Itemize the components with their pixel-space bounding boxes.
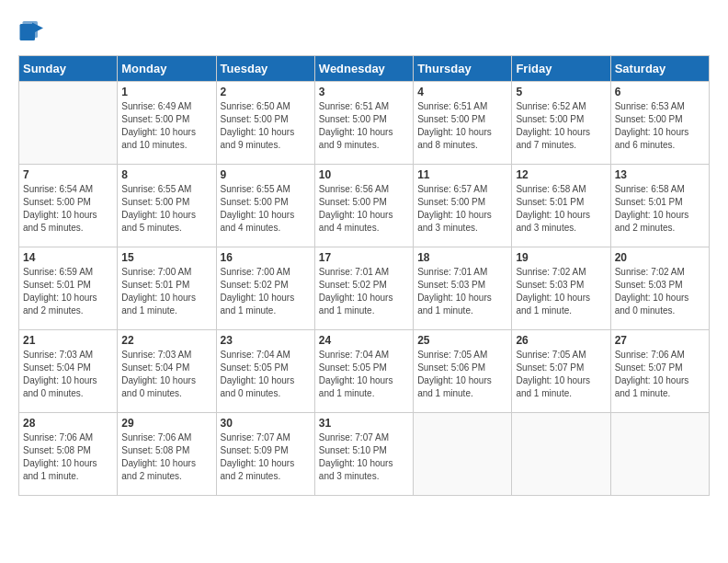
weekday-row: SundayMondayTuesdayWednesdayThursdayFrid… <box>19 56 710 82</box>
calendar-cell: 24Sunrise: 7:04 AM Sunset: 5:05 PM Dayli… <box>314 330 413 413</box>
day-number: 13 <box>615 168 705 181</box>
calendar-cell: 12Sunrise: 6:58 AM Sunset: 5:01 PM Dayli… <box>512 165 610 247</box>
day-info: Sunrise: 6:49 AM Sunset: 5:00 PM Dayligh… <box>121 100 211 152</box>
day-info: Sunrise: 7:06 AM Sunset: 5:08 PM Dayligh… <box>121 431 211 483</box>
day-info: Sunrise: 6:50 AM Sunset: 5:00 PM Dayligh… <box>221 100 311 152</box>
day-number: 30 <box>221 417 311 430</box>
calendar-cell: 25Sunrise: 7:05 AM Sunset: 5:06 PM Dayli… <box>414 330 512 413</box>
day-info: Sunrise: 7:01 AM Sunset: 5:02 PM Dayligh… <box>319 266 409 317</box>
day-info: Sunrise: 7:06 AM Sunset: 5:07 PM Dayligh… <box>615 349 705 400</box>
day-number: 19 <box>516 251 606 264</box>
day-info: Sunrise: 7:06 AM Sunset: 5:08 PM Dayligh… <box>23 431 113 483</box>
day-info: Sunrise: 6:55 AM Sunset: 5:00 PM Dayligh… <box>121 183 211 235</box>
calendar-cell: 8Sunrise: 6:55 AM Sunset: 5:00 PM Daylig… <box>118 165 216 247</box>
calendar-cell: 30Sunrise: 7:07 AM Sunset: 5:09 PM Dayli… <box>216 413 314 496</box>
day-number: 27 <box>615 334 705 347</box>
day-info: Sunrise: 7:01 AM Sunset: 5:03 PM Dayligh… <box>417 266 507 317</box>
day-info: Sunrise: 6:56 AM Sunset: 5:00 PM Dayligh… <box>319 183 409 235</box>
day-number: 10 <box>319 168 409 181</box>
day-info: Sunrise: 7:04 AM Sunset: 5:05 PM Dayligh… <box>221 349 311 400</box>
day-number: 24 <box>319 334 409 347</box>
day-info: Sunrise: 6:55 AM Sunset: 5:00 PM Dayligh… <box>221 183 311 235</box>
calendar-cell <box>19 82 118 165</box>
day-number: 14 <box>23 251 113 264</box>
day-info: Sunrise: 7:05 AM Sunset: 5:07 PM Dayligh… <box>516 349 606 400</box>
day-info: Sunrise: 7:03 AM Sunset: 5:04 PM Dayligh… <box>23 349 113 400</box>
calendar-cell: 21Sunrise: 7:03 AM Sunset: 5:04 PM Dayli… <box>19 330 118 413</box>
day-number: 16 <box>221 251 311 264</box>
day-info: Sunrise: 7:02 AM Sunset: 5:03 PM Dayligh… <box>615 266 705 317</box>
day-info: Sunrise: 7:03 AM Sunset: 5:04 PM Dayligh… <box>121 349 211 400</box>
calendar-cell: 27Sunrise: 7:06 AM Sunset: 5:07 PM Dayli… <box>610 330 709 413</box>
weekday-header-tuesday: Tuesday <box>216 56 314 82</box>
calendar-table: SundayMondayTuesdayWednesdayThursdayFrid… <box>18 55 710 496</box>
day-info: Sunrise: 6:59 AM Sunset: 5:01 PM Dayligh… <box>23 266 113 317</box>
calendar-cell: 5Sunrise: 6:52 AM Sunset: 5:00 PM Daylig… <box>512 82 610 165</box>
calendar-cell: 9Sunrise: 6:55 AM Sunset: 5:00 PM Daylig… <box>216 165 314 247</box>
calendar-cell: 26Sunrise: 7:05 AM Sunset: 5:07 PM Dayli… <box>512 330 610 413</box>
calendar-cell: 2Sunrise: 6:50 AM Sunset: 5:00 PM Daylig… <box>216 82 314 165</box>
day-info: Sunrise: 7:04 AM Sunset: 5:05 PM Dayligh… <box>319 349 409 400</box>
day-info: Sunrise: 6:51 AM Sunset: 5:00 PM Dayligh… <box>319 100 409 152</box>
day-number: 8 <box>121 168 211 181</box>
weekday-header-sunday: Sunday <box>19 56 118 82</box>
calendar-cell: 31Sunrise: 7:07 AM Sunset: 5:10 PM Dayli… <box>314 413 413 496</box>
calendar-cell: 11Sunrise: 6:57 AM Sunset: 5:00 PM Dayli… <box>414 165 512 247</box>
logo-icon <box>18 18 46 46</box>
day-number: 2 <box>221 86 311 98</box>
week-row-4: 21Sunrise: 7:03 AM Sunset: 5:04 PM Dayli… <box>19 330 710 413</box>
day-info: Sunrise: 7:05 AM Sunset: 5:06 PM Dayligh… <box>417 349 507 400</box>
calendar-header: SundayMondayTuesdayWednesdayThursdayFrid… <box>19 56 710 82</box>
calendar-cell <box>414 413 512 496</box>
calendar-cell: 1Sunrise: 6:49 AM Sunset: 5:00 PM Daylig… <box>118 82 216 165</box>
day-info: Sunrise: 6:58 AM Sunset: 5:01 PM Dayligh… <box>516 183 606 235</box>
day-number: 3 <box>319 86 409 98</box>
day-number: 5 <box>516 86 606 98</box>
day-number: 31 <box>319 417 409 430</box>
day-number: 20 <box>615 251 705 264</box>
day-number: 6 <box>615 86 705 98</box>
week-row-2: 7Sunrise: 6:54 AM Sunset: 5:00 PM Daylig… <box>19 165 710 247</box>
weekday-header-thursday: Thursday <box>414 56 512 82</box>
calendar-cell: 7Sunrise: 6:54 AM Sunset: 5:00 PM Daylig… <box>19 165 118 247</box>
calendar-cell: 28Sunrise: 7:06 AM Sunset: 5:08 PM Dayli… <box>19 413 118 496</box>
day-number: 21 <box>23 334 113 347</box>
logo <box>18 18 48 46</box>
calendar-cell <box>512 413 610 496</box>
calendar-cell: 4Sunrise: 6:51 AM Sunset: 5:00 PM Daylig… <box>414 82 512 165</box>
day-number: 26 <box>516 334 606 347</box>
day-info: Sunrise: 6:57 AM Sunset: 5:00 PM Dayligh… <box>417 183 507 235</box>
day-info: Sunrise: 7:00 AM Sunset: 5:01 PM Dayligh… <box>121 266 211 317</box>
day-number: 29 <box>121 417 211 430</box>
calendar-cell: 3Sunrise: 6:51 AM Sunset: 5:00 PM Daylig… <box>314 82 413 165</box>
day-number: 12 <box>516 168 606 181</box>
day-info: Sunrise: 6:51 AM Sunset: 5:00 PM Dayligh… <box>417 100 507 152</box>
day-info: Sunrise: 6:54 AM Sunset: 5:00 PM Dayligh… <box>23 183 113 235</box>
day-number: 25 <box>417 334 507 347</box>
day-info: Sunrise: 7:00 AM Sunset: 5:02 PM Dayligh… <box>221 266 311 317</box>
weekday-header-saturday: Saturday <box>610 56 709 82</box>
day-number: 9 <box>221 168 311 181</box>
calendar-cell: 10Sunrise: 6:56 AM Sunset: 5:00 PM Dayli… <box>314 165 413 247</box>
calendar-cell: 14Sunrise: 6:59 AM Sunset: 5:01 PM Dayli… <box>19 247 118 330</box>
day-info: Sunrise: 7:07 AM Sunset: 5:10 PM Dayligh… <box>319 431 409 483</box>
day-info: Sunrise: 6:52 AM Sunset: 5:00 PM Dayligh… <box>516 100 606 152</box>
day-number: 28 <box>23 417 113 430</box>
calendar-cell: 22Sunrise: 7:03 AM Sunset: 5:04 PM Dayli… <box>118 330 216 413</box>
day-number: 4 <box>417 86 507 98</box>
calendar-cell: 29Sunrise: 7:06 AM Sunset: 5:08 PM Dayli… <box>118 413 216 496</box>
week-row-5: 28Sunrise: 7:06 AM Sunset: 5:08 PM Dayli… <box>19 413 710 496</box>
calendar-body: 1Sunrise: 6:49 AM Sunset: 5:00 PM Daylig… <box>19 82 710 496</box>
calendar-cell: 18Sunrise: 7:01 AM Sunset: 5:03 PM Dayli… <box>414 247 512 330</box>
day-number: 18 <box>417 251 507 264</box>
weekday-header-wednesday: Wednesday <box>314 56 413 82</box>
calendar-cell: 23Sunrise: 7:04 AM Sunset: 5:05 PM Dayli… <box>216 330 314 413</box>
calendar-cell: 15Sunrise: 7:00 AM Sunset: 5:01 PM Dayli… <box>118 247 216 330</box>
day-info: Sunrise: 7:02 AM Sunset: 5:03 PM Dayligh… <box>516 266 606 317</box>
week-row-1: 1Sunrise: 6:49 AM Sunset: 5:00 PM Daylig… <box>19 82 710 165</box>
day-info: Sunrise: 6:53 AM Sunset: 5:00 PM Dayligh… <box>615 100 705 152</box>
day-number: 23 <box>221 334 311 347</box>
calendar-cell <box>610 413 709 496</box>
day-number: 17 <box>319 251 409 264</box>
calendar-cell: 16Sunrise: 7:00 AM Sunset: 5:02 PM Dayli… <box>216 247 314 330</box>
